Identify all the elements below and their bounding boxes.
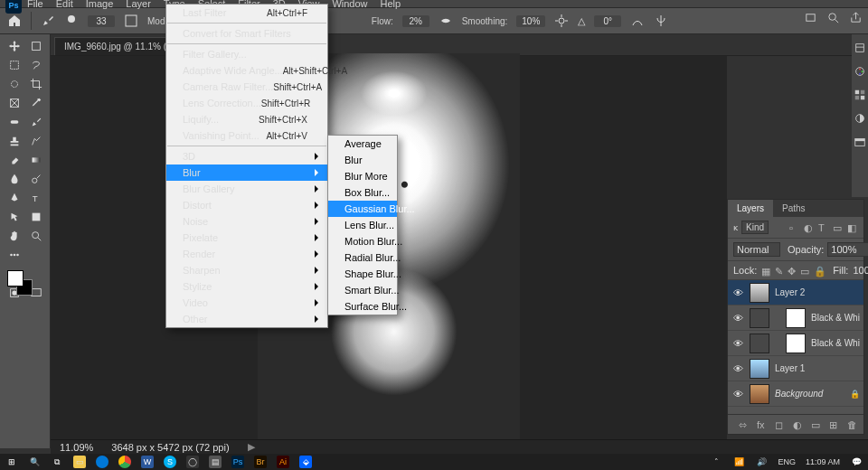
lock-nested-icon[interactable]: ▭ bbox=[800, 266, 809, 276]
pressure-icon[interactable] bbox=[630, 14, 645, 28]
search-icon[interactable] bbox=[826, 11, 840, 24]
move-tool[interactable] bbox=[4, 37, 24, 55]
notifications-icon[interactable]: 💬 bbox=[850, 456, 863, 468]
smoothing-gear-icon[interactable] bbox=[554, 14, 569, 28]
foreground-color-swatch[interactable] bbox=[7, 270, 24, 287]
lock-transparent-icon[interactable]: ▦ bbox=[761, 266, 770, 276]
layer-fx-icon[interactable]: fx bbox=[757, 419, 768, 430]
adjustment-layer-icon[interactable]: ◐ bbox=[793, 419, 804, 430]
filter-shape-icon[interactable]: ▭ bbox=[833, 222, 844, 233]
menu-item-convert-for-smart-filters[interactable]: Convert for Smart Filters bbox=[166, 25, 327, 42]
type-tool[interactable]: T bbox=[25, 189, 46, 207]
menu-item-3d[interactable]: 3D bbox=[166, 148, 327, 164]
visibility-toggle[interactable]: 👁 bbox=[731, 338, 744, 349]
frame-tool[interactable] bbox=[4, 94, 24, 112]
menu-item-blur[interactable]: Blur bbox=[328, 152, 397, 168]
healing-tool[interactable] bbox=[4, 113, 24, 131]
eyedropper-tool[interactable] bbox=[25, 94, 46, 112]
dropbox-icon[interactable]: ⬙ bbox=[299, 456, 312, 468]
smoothing-value[interactable]: 10% bbox=[516, 15, 545, 27]
menu-item-last-filter[interactable]: Last FilterAlt+Ctrl+F bbox=[166, 5, 327, 21]
tray-volume-icon[interactable]: 🔊 bbox=[755, 456, 768, 468]
menu-window[interactable]: Window bbox=[332, 0, 367, 9]
layer-thumbnail[interactable] bbox=[750, 283, 769, 303]
shape-tool[interactable] bbox=[25, 208, 46, 226]
menu-item-average[interactable]: Average bbox=[328, 136, 397, 152]
home-icon[interactable] bbox=[7, 14, 22, 28]
history-brush-tool[interactable] bbox=[25, 132, 46, 150]
menu-item-gaussian-blur[interactable]: Gaussian Blur... bbox=[328, 201, 397, 217]
tray-chevron-icon[interactable]: ˄ bbox=[710, 456, 722, 468]
chrome-icon[interactable] bbox=[118, 456, 131, 468]
layer-row[interactable]: 👁 Black & White 1 bbox=[728, 331, 863, 356]
libraries-panel-icon[interactable] bbox=[854, 136, 866, 150]
menu-item-adaptive-wide-angle[interactable]: Adaptive Wide Angle...Alt+Shift+Ctrl+A bbox=[166, 62, 327, 79]
blend-mode-dropdown[interactable]: Normal bbox=[733, 242, 780, 257]
maximize-button[interactable] bbox=[814, 0, 841, 7]
menu-item-blur[interactable]: Blur bbox=[166, 164, 327, 181]
layer-name[interactable]: Background bbox=[775, 389, 844, 399]
menu-item-vanishing-point[interactable]: Vanishing Point...Alt+Ctrl+V bbox=[166, 127, 327, 144]
color-swatches[interactable] bbox=[4, 270, 46, 301]
airbrush-icon[interactable] bbox=[439, 14, 453, 28]
menu-item-filter-gallery[interactable]: Filter Gallery... bbox=[166, 46, 327, 62]
skype-icon[interactable]: S bbox=[164, 456, 176, 468]
menu-item-smart-blur[interactable]: Smart Blur... bbox=[328, 282, 397, 298]
bridge-icon[interactable]: Br bbox=[254, 456, 267, 468]
menu-item-lens-blur[interactable]: Lens Blur... bbox=[328, 217, 397, 233]
brush-size-value[interactable]: 33 bbox=[88, 15, 115, 27]
stamp-tool[interactable] bbox=[4, 132, 24, 150]
layer-thumbnail[interactable] bbox=[750, 359, 769, 379]
delete-layer-icon[interactable]: 🗑 bbox=[847, 419, 858, 430]
menu-item-video[interactable]: Video bbox=[166, 295, 327, 311]
photoshop-icon[interactable]: Ps bbox=[231, 456, 244, 468]
gradient-tool[interactable] bbox=[25, 151, 46, 169]
panel-icon-1[interactable] bbox=[854, 42, 866, 56]
flow-value[interactable]: 2% bbox=[402, 15, 429, 27]
layer-row[interactable]: 👁 Background 🔒 bbox=[728, 381, 863, 407]
menu-layer[interactable]: Layer bbox=[126, 0, 151, 9]
close-button[interactable] bbox=[841, 0, 868, 7]
brush-tool-icon[interactable] bbox=[41, 14, 55, 28]
brush-preset-icon[interactable] bbox=[64, 14, 79, 28]
pen-tool[interactable] bbox=[4, 189, 24, 207]
lock-position-icon[interactable]: ✥ bbox=[788, 266, 796, 276]
menu-item-box-blur[interactable]: Box Blur... bbox=[328, 184, 397, 201]
menu-help[interactable]: Help bbox=[381, 0, 401, 9]
path-select-tool[interactable] bbox=[4, 208, 24, 226]
menu-item-radial-blur[interactable]: Radial Blur... bbox=[328, 249, 397, 266]
menu-item-shape-blur[interactable]: Shape Blur... bbox=[328, 266, 397, 282]
lasso-tool[interactable] bbox=[25, 56, 46, 74]
app-icon-1[interactable]: ◯ bbox=[186, 456, 199, 468]
lock-all-icon[interactable]: 🔒 bbox=[814, 266, 824, 276]
swatches-panel-icon[interactable] bbox=[854, 89, 866, 103]
explorer-icon[interactable]: ▭ bbox=[73, 456, 86, 468]
fill-value[interactable]: 100% bbox=[853, 265, 868, 276]
menu-item-liquify[interactable]: Liquify...Shift+Ctrl+X bbox=[166, 111, 327, 127]
start-button[interactable]: ⊞ bbox=[5, 456, 18, 468]
visibility-toggle[interactable]: 👁 bbox=[731, 389, 744, 400]
tray-language[interactable]: ENG bbox=[778, 457, 796, 466]
zoom-tool[interactable] bbox=[25, 227, 46, 245]
adjustment-icon[interactable] bbox=[750, 308, 769, 328]
menu-item-distort[interactable]: Distort bbox=[166, 197, 327, 213]
menu-item-camera-raw-filter[interactable]: Camera Raw Filter...Shift+Ctrl+A bbox=[166, 79, 327, 95]
adjustment-icon[interactable] bbox=[750, 334, 769, 353]
doc-dimensions[interactable]: 3648 px x 5472 px (72 ppi) bbox=[111, 442, 229, 453]
filter-kind-dropdown[interactable]: Kind bbox=[741, 221, 769, 234]
angle-icon[interactable]: △ bbox=[578, 15, 585, 27]
menu-edit[interactable]: Edit bbox=[56, 0, 73, 9]
quick-select-tool[interactable] bbox=[4, 75, 24, 93]
menu-image[interactable]: Image bbox=[86, 0, 114, 9]
cloud-icon[interactable] bbox=[804, 11, 817, 24]
link-layers-icon[interactable]: ⬄ bbox=[739, 419, 750, 430]
menu-item-blur-more[interactable]: Blur More bbox=[328, 168, 397, 184]
tab-paths[interactable]: Paths bbox=[773, 200, 815, 217]
menu-item-noise[interactable]: Noise bbox=[166, 213, 327, 230]
hand-tool[interactable] bbox=[4, 227, 24, 245]
edit-toolbar[interactable] bbox=[4, 246, 24, 264]
layer-thumbnail[interactable] bbox=[750, 384, 769, 404]
search-button[interactable]: 🔍 bbox=[28, 456, 41, 468]
marquee-tool[interactable] bbox=[4, 56, 24, 74]
filter-pixel-icon[interactable]: ▫ bbox=[789, 222, 800, 233]
